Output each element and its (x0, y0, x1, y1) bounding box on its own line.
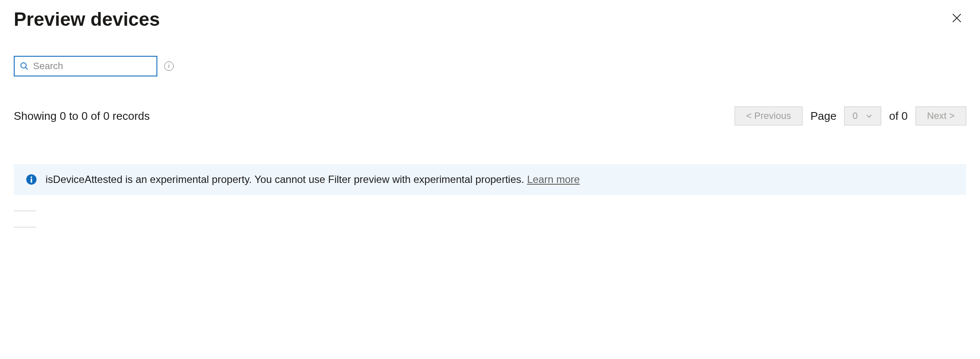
column-header-stub (14, 227, 36, 228)
info-banner: isDeviceAttested is an experimental prop… (14, 164, 966, 195)
chevron-down-icon (865, 112, 873, 120)
search-icon (20, 61, 29, 71)
close-button[interactable] (947, 9, 966, 29)
svg-point-2 (21, 63, 26, 68)
search-box[interactable] (14, 56, 157, 76)
next-page-button[interactable]: Next > (916, 106, 966, 125)
page-title: Preview devices (14, 9, 160, 30)
column-header-stub (14, 210, 36, 211)
close-icon (951, 12, 963, 24)
info-solid-icon (26, 174, 37, 185)
learn-more-link[interactable]: Learn more (527, 173, 580, 185)
page-value: 0 (852, 110, 858, 122)
svg-line-3 (25, 67, 28, 70)
previous-page-button[interactable]: < Previous (735, 106, 803, 125)
page-label: Page (810, 110, 836, 123)
banner-message: isDeviceAttested is an experimental prop… (46, 173, 527, 185)
page-total-label: of 0 (889, 110, 907, 123)
svg-point-5 (31, 176, 32, 178)
banner-text: isDeviceAttested is an experimental prop… (46, 173, 580, 186)
svg-rect-6 (31, 179, 32, 183)
page-select[interactable]: 0 (844, 106, 881, 125)
pagination: < Previous Page 0 of 0 Next > (735, 106, 966, 125)
info-icon[interactable]: i (164, 61, 174, 71)
search-input[interactable] (33, 61, 151, 72)
records-count-text: Showing 0 to 0 of 0 records (14, 110, 150, 123)
